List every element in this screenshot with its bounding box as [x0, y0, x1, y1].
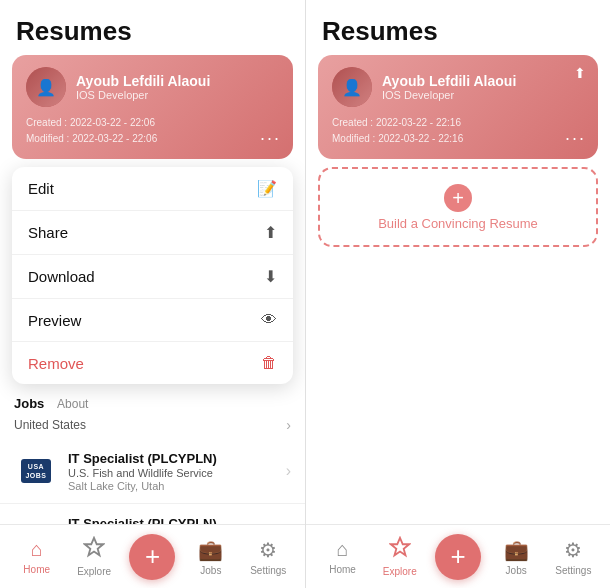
download-icon: ⬇	[264, 267, 277, 286]
right-resume-modified: Modified : 2022-03-22 - 22:16	[332, 131, 584, 147]
chevron-right-icon: ›	[286, 417, 291, 433]
edit-icon: 📝	[257, 179, 277, 198]
location-bar[interactable]: United States ›	[0, 415, 305, 439]
build-label: Build a Convincing Resume	[378, 216, 538, 231]
preview-menu-item[interactable]: Preview 👁	[12, 299, 293, 342]
job-company-0: U.S. Fish and Wildlife Service	[68, 467, 276, 479]
nav-jobs[interactable]: 💼 Jobs	[189, 538, 233, 576]
svg-marker-0	[85, 538, 103, 555]
right-title: Resumes	[322, 16, 438, 46]
right-nav-settings[interactable]: ⚙ Settings	[551, 538, 595, 576]
trash-icon: 🗑	[261, 354, 277, 372]
share-button[interactable]: ⬆	[574, 65, 586, 81]
right-more-button[interactable]: ···	[565, 128, 586, 149]
jobs-section-label: Jobs About	[0, 392, 305, 415]
avatar: 👤	[26, 67, 66, 107]
left-header: Resumes	[0, 0, 305, 55]
download-menu-item[interactable]: Download ⬇	[12, 255, 293, 299]
right-add-button[interactable]: +	[435, 534, 481, 580]
left-bottom-nav: ⌂ Home Explore + 💼 Jobs ⚙ Settings	[0, 524, 305, 588]
job-list: USAJOBS IT Specialist (PLCYPLN) U.S. Fis…	[0, 439, 305, 524]
add-button[interactable]: +	[129, 534, 175, 580]
settings-icon: ⚙	[564, 538, 582, 562]
right-nav-home[interactable]: ⌂ Home	[321, 538, 365, 575]
settings-icon: ⚙	[259, 538, 277, 562]
share-icon: ⬆	[264, 223, 277, 242]
jobs-icon: 💼	[504, 538, 529, 562]
preview-icon: 👁	[261, 311, 277, 329]
more-button[interactable]: ···	[260, 128, 281, 149]
job-item-0[interactable]: USAJOBS IT Specialist (PLCYPLN) U.S. Fis…	[0, 439, 305, 504]
build-resume-card[interactable]: + Build a Convincing Resume	[318, 167, 598, 247]
left-resume-card[interactable]: 👤 Ayoub Lefdili Alaoui IOS Developer Cre…	[12, 55, 293, 159]
chevron-right-icon: ›	[286, 462, 291, 480]
svg-marker-1	[391, 538, 409, 555]
job-title-1: IT Specialist (PLCYPLN)	[68, 516, 276, 525]
job-location-0: Salt Lake City, Utah	[68, 480, 276, 492]
right-header: Resumes	[306, 0, 610, 55]
left-title: Resumes	[16, 16, 132, 46]
right-resume-card[interactable]: 👤 Ayoub Lefdili Alaoui IOS Developer Cre…	[318, 55, 598, 159]
home-icon: ⌂	[337, 538, 349, 561]
explore-icon	[83, 536, 105, 563]
nav-settings[interactable]: ⚙ Settings	[246, 538, 290, 576]
remove-menu-item[interactable]: Remove 🗑	[12, 342, 293, 384]
right-resume-name: Ayoub Lefdili Alaoui	[382, 73, 584, 89]
resume-created: Created : 2022-03-22 - 22:06	[26, 115, 279, 131]
usajobs-logo-0: USAJOBS	[14, 449, 58, 493]
jobs-icon: 💼	[198, 538, 223, 562]
location-text: United States	[14, 418, 86, 432]
right-resume-created: Created : 2022-03-22 - 22:16	[332, 115, 584, 131]
share-menu-item[interactable]: Share ⬆	[12, 211, 293, 255]
explore-icon	[389, 536, 411, 563]
job-title-0: IT Specialist (PLCYPLN)	[68, 451, 276, 466]
right-nav-explore[interactable]: Explore	[378, 536, 422, 577]
resume-name: Ayoub Lefdili Alaoui	[76, 73, 279, 89]
right-panel: Resumes 👤 Ayoub Lefdili Alaoui IOS Devel…	[305, 0, 610, 588]
right-avatar: 👤	[332, 67, 372, 107]
home-icon: ⌂	[31, 538, 43, 561]
right-bottom-nav: ⌂ Home Explore + 💼 Jobs ⚙ Settings	[306, 524, 610, 588]
right-nav-jobs[interactable]: 💼 Jobs	[494, 538, 538, 576]
nav-explore[interactable]: Explore	[72, 536, 116, 577]
job-item-1[interactable]: USAJOBS IT Specialist (PLCYPLN) U.S. Fis…	[0, 504, 305, 524]
context-menu: Edit 📝 Share ⬆ Download ⬇ Preview 👁 Remo…	[12, 167, 293, 384]
nav-home[interactable]: ⌂ Home	[15, 538, 59, 575]
right-resume-role: IOS Developer	[382, 89, 584, 101]
usajobs-logo-1: USAJOBS	[14, 514, 58, 524]
left-panel: Resumes 👤 Ayoub Lefdili Alaoui IOS Devel…	[0, 0, 305, 588]
resume-role: IOS Developer	[76, 89, 279, 101]
edit-menu-item[interactable]: Edit 📝	[12, 167, 293, 211]
build-plus-icon: +	[444, 184, 472, 212]
resume-modified: Modified : 2022-03-22 - 22:06	[26, 131, 279, 147]
